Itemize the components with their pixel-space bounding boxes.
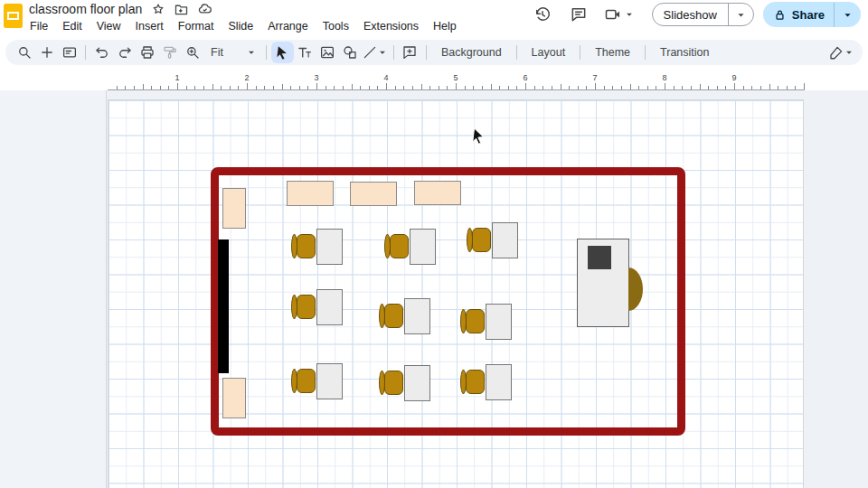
toolbar: FitBackgroundLayoutThemeTransition: [5, 40, 863, 65]
workspace: [0, 90, 868, 488]
background-button[interactable]: Background: [431, 42, 512, 63]
menu-slide[interactable]: Slide: [221, 19, 260, 33]
student-desk-unit[interactable]: [291, 229, 343, 265]
ruler-number: 9: [728, 73, 741, 82]
zoom-select[interactable]: Fit: [203, 46, 261, 59]
shape-tool-icon[interactable]: [339, 42, 362, 63]
redo-icon[interactable]: [113, 42, 136, 63]
transition-button[interactable]: Transition: [650, 42, 719, 63]
share-caret-icon[interactable]: [835, 8, 861, 22]
blackboard[interactable]: [218, 239, 229, 373]
print-icon[interactable]: [136, 42, 158, 63]
paint-format-icon[interactable]: [158, 42, 181, 63]
slideshow-caret-icon[interactable]: [729, 8, 753, 22]
ruler-tick: [447, 86, 448, 89]
lock-icon: [763, 8, 787, 22]
top-cabinet[interactable]: [414, 181, 461, 205]
toolbar-separator: [393, 45, 394, 60]
version-history-icon[interactable]: [531, 3, 554, 26]
teacher-monitor[interactable]: [588, 246, 611, 269]
meet-camera-button[interactable]: [603, 5, 636, 23]
ruler-tick: [787, 86, 788, 89]
share-button[interactable]: Share: [763, 2, 861, 27]
student-desk-unit[interactable]: [291, 289, 343, 325]
ruler-tick: [134, 86, 135, 89]
menu-arrange[interactable]: Arrange: [260, 19, 315, 33]
student-desk-unit[interactable]: [460, 304, 512, 340]
ruler-tick: [621, 86, 622, 89]
left-cabinet[interactable]: [222, 188, 246, 229]
ruler-number: 1: [171, 73, 184, 82]
top-cabinet[interactable]: [287, 181, 334, 206]
menu-edit[interactable]: Edit: [55, 19, 90, 33]
menu-insert[interactable]: Insert: [128, 19, 171, 33]
ruler-tick: [595, 83, 596, 89]
menu-extensions[interactable]: Extensions: [356, 19, 426, 33]
ruler-tick: [604, 86, 605, 89]
ruler-tick: [377, 86, 378, 89]
ruler-tick: [542, 86, 543, 89]
ruler-tick: [352, 84, 353, 89]
move-folder-icon[interactable]: [174, 2, 189, 17]
pen-tool-icon[interactable]: [828, 42, 855, 63]
student-desk-unit[interactable]: [379, 365, 430, 401]
search-icon[interactable]: [13, 42, 35, 63]
desk: [316, 289, 343, 325]
chair-seat: [472, 228, 491, 252]
add-slide-icon[interactable]: [35, 42, 58, 63]
ruler-tick: [795, 86, 796, 89]
menu-help[interactable]: Help: [426, 19, 464, 33]
ruler-tick: [290, 86, 291, 89]
ruler-tick: [751, 86, 752, 89]
horizontal-ruler: 123456789: [0, 69, 868, 90]
left-cabinet[interactable]: [222, 378, 246, 418]
zoom-in-icon[interactable]: [181, 42, 203, 63]
ruler-tick: [412, 86, 413, 89]
undo-icon[interactable]: [90, 42, 113, 63]
menu-view[interactable]: View: [90, 19, 128, 33]
image-tool-icon[interactable]: [316, 42, 339, 63]
ruler-tick: [386, 83, 387, 89]
ruler-tick: [778, 86, 778, 89]
ruler-tick: [360, 86, 361, 89]
ruler-tick: [578, 86, 579, 89]
line-tool-icon[interactable]: [362, 42, 389, 63]
ruler-number: 5: [449, 73, 462, 82]
slideshow-label: Slideshow: [653, 8, 728, 22]
comment-add-icon[interactable]: [399, 42, 421, 63]
comments-icon[interactable]: [567, 3, 590, 26]
top-cabinet[interactable]: [350, 182, 397, 206]
slides-logo-icon[interactable]: [3, 3, 24, 30]
student-desk-unit[interactable]: [467, 222, 518, 258]
layout-button[interactable]: Layout: [522, 42, 576, 63]
ruler-tick: [561, 84, 561, 89]
ruler-tick: [647, 86, 648, 89]
desk: [404, 365, 430, 401]
select-tool-icon[interactable]: [271, 42, 294, 63]
menu-format[interactable]: Format: [171, 19, 222, 33]
ruler-tick: [682, 86, 683, 89]
student-desk-unit[interactable]: [291, 363, 343, 399]
ruler-tick: [569, 86, 570, 89]
zoom-value: Fit: [211, 46, 223, 59]
document-title[interactable]: classroom floor plan: [29, 2, 142, 16]
toolbar-separator: [85, 45, 86, 60]
theme-button[interactable]: Theme: [585, 42, 640, 63]
student-desk-unit[interactable]: [460, 364, 512, 400]
menu-file[interactable]: File: [29, 19, 55, 33]
student-desk-unit[interactable]: [384, 229, 436, 265]
ruler-tick: [769, 84, 770, 89]
menu-tools[interactable]: Tools: [316, 19, 356, 33]
ruler-number: 3: [310, 73, 323, 82]
student-desk-unit[interactable]: [379, 298, 430, 334]
ruler-tick: [203, 86, 204, 89]
slideshow-button[interactable]: Slideshow: [652, 3, 754, 26]
ruler-tick: [334, 86, 335, 89]
text-tool-icon[interactable]: [294, 42, 316, 63]
ruler-tick: [403, 86, 404, 89]
star-icon[interactable]: [150, 2, 165, 17]
desk: [486, 364, 512, 400]
ruler-tick: [465, 86, 466, 89]
slide-layout-icon[interactable]: [58, 42, 80, 63]
toolbar-separator: [580, 45, 580, 60]
